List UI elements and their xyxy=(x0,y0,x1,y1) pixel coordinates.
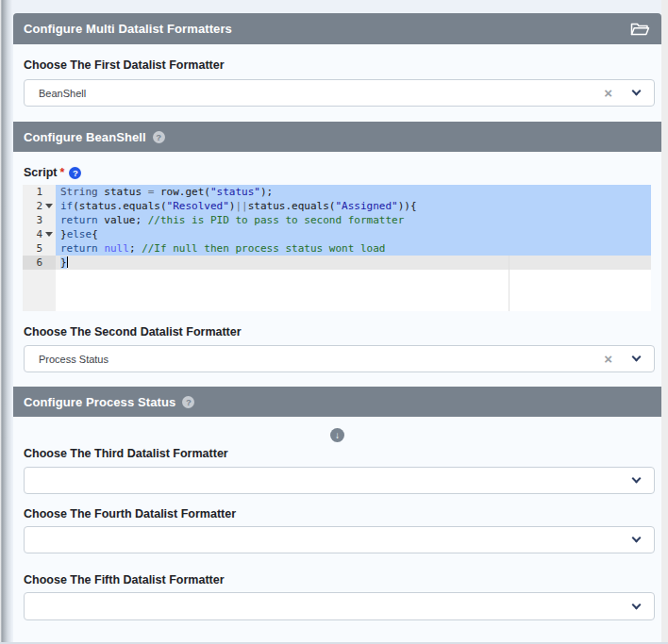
line-number: 4 xyxy=(23,227,56,241)
editor-code-area[interactable]: String status = row.get("status");if(sta… xyxy=(56,185,651,311)
fourth-formatter-select[interactable] xyxy=(24,526,655,553)
help-icon[interactable]: ? xyxy=(182,396,194,408)
section-title: Configure BeanShell xyxy=(24,130,146,144)
code-line: return null; //If null then process stat… xyxy=(56,241,651,256)
property-panel: Configure Multi Datalist Formatters Choo… xyxy=(13,13,661,644)
line-number: 5 xyxy=(23,241,56,256)
selected-value: Process Status xyxy=(25,354,604,365)
chevron-down-icon[interactable] xyxy=(632,600,642,609)
section-header-beanshell: Configure BeanShell ? xyxy=(13,122,661,152)
code-line: } xyxy=(56,256,651,270)
clear-icon[interactable]: × xyxy=(604,86,612,100)
code-editor[interactable]: 123456 String status = row.get("status")… xyxy=(23,185,651,311)
editor-gutter: 123456 xyxy=(23,185,56,311)
section-header-multi-datalist-formatters: Configure Multi Datalist Formatters xyxy=(13,13,661,44)
required-marker: * xyxy=(59,166,64,179)
code-line: }else{ xyxy=(56,227,651,241)
code-line: if(status.equals("Resolved")||status.equ… xyxy=(56,199,651,213)
chevron-down-icon[interactable] xyxy=(632,353,642,362)
section-header-process-status: Configure Process Status ? xyxy=(13,387,661,417)
second-formatter-label: Choose The Second Datalist Formatter xyxy=(24,325,242,339)
line-number: 1 xyxy=(23,185,56,199)
fifth-formatter-select[interactable] xyxy=(24,592,655,620)
script-label-row: Script * ? xyxy=(24,166,81,179)
line-number: 3 xyxy=(23,213,56,227)
fold-arrow-icon[interactable] xyxy=(45,204,53,208)
arrow-circle-down-icon: ↓ xyxy=(330,428,344,442)
line-number: 6 xyxy=(23,256,56,270)
editor-rows: String status = row.get("status");if(sta… xyxy=(56,185,651,270)
print-margin-line xyxy=(509,256,509,311)
first-formatter-select[interactable]: BeanShell × xyxy=(24,79,655,107)
fold-arrow-icon[interactable] xyxy=(45,232,53,237)
section-title: Configure Process Status xyxy=(24,395,175,409)
help-icon[interactable]: ? xyxy=(69,167,81,179)
first-formatter-label: Choose The First Datalist Formatter xyxy=(24,58,225,72)
chevron-down-icon[interactable] xyxy=(632,534,642,543)
folder-open-icon xyxy=(630,22,650,37)
chevron-down-icon[interactable] xyxy=(632,474,642,484)
fourth-formatter-label: Choose The Fourth Datalist Formatter xyxy=(24,507,236,520)
section-title: Configure Multi Datalist Formatters xyxy=(24,22,232,36)
code-line: String status = row.get("status"); xyxy=(56,185,651,199)
clear-icon[interactable]: × xyxy=(604,352,612,366)
third-formatter-label: Choose The Third Datalist Formatter xyxy=(24,447,228,460)
line-number: 2 xyxy=(23,199,56,213)
page-left-shadow xyxy=(0,0,13,644)
selected-value: BeanShell xyxy=(25,88,604,99)
load-saved-plugin-button[interactable] xyxy=(630,22,650,37)
help-icon[interactable]: ? xyxy=(153,131,165,143)
fifth-formatter-label: Choose The Fifth Datalist Formatter xyxy=(24,573,225,586)
third-formatter-select[interactable] xyxy=(24,467,655,494)
chevron-down-icon[interactable] xyxy=(632,87,642,96)
code-line: return value; //this is PID to pass to s… xyxy=(56,213,651,227)
script-label: Script xyxy=(24,166,57,179)
text-cursor xyxy=(67,256,69,268)
page-right-edge xyxy=(661,0,668,644)
scroll-down-indicator: ↓ xyxy=(13,428,661,442)
second-formatter-select[interactable]: Process Status × xyxy=(24,345,655,372)
